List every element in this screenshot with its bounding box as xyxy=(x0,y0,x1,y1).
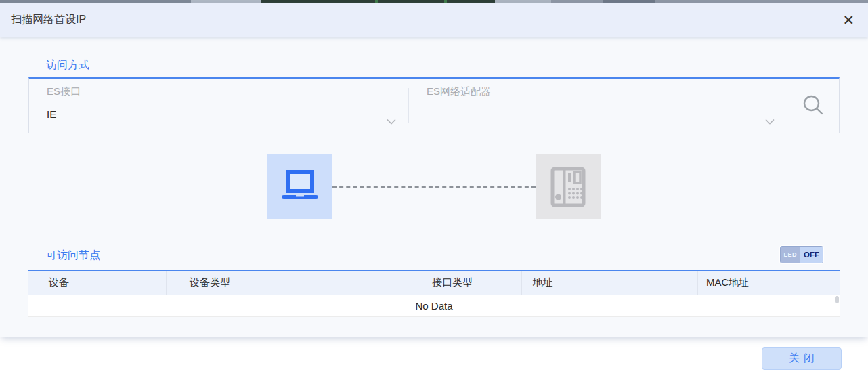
close-button[interactable]: 关闭 xyxy=(762,347,842,370)
led-state-label: OFF xyxy=(800,247,823,263)
es-adapter-value xyxy=(427,108,787,121)
pg-pc-node xyxy=(267,154,332,219)
dialog-title-bar: 扫描网络首设IP ✕ xyxy=(0,3,868,37)
scan-search-button[interactable] xyxy=(787,79,839,133)
col-device-type: 设备类型 xyxy=(166,271,422,295)
connection-diagram xyxy=(28,154,840,219)
no-data-text: No Data xyxy=(415,300,452,312)
plc-device-node xyxy=(536,154,601,219)
access-method-form: ES接口 IE ES网络适配器 xyxy=(28,77,840,133)
es-interface-select[interactable]: ES接口 IE xyxy=(29,79,408,133)
close-icon[interactable]: ✕ xyxy=(840,12,857,28)
col-mac-address: MAC地址 xyxy=(697,271,840,295)
chevron-down-icon[interactable] xyxy=(765,119,775,125)
scan-ip-dialog: 扫描网络首设IP ✕ 访问方式 ES接口 IE ES网络适配器 xyxy=(0,3,868,380)
chevron-down-icon[interactable] xyxy=(387,119,396,125)
access-method-heading: 访问方式 xyxy=(46,58,840,72)
scrollbar-thumb[interactable] xyxy=(835,296,839,303)
es-adapter-select[interactable]: ES网络适配器 xyxy=(409,79,787,133)
col-device: 设备 xyxy=(28,271,166,295)
col-address: 地址 xyxy=(521,271,697,295)
es-interface-label: ES接口 xyxy=(47,85,408,98)
search-icon xyxy=(800,93,826,119)
table-header-row: 设备 设备类型 接口类型 地址 MAC地址 xyxy=(28,270,840,295)
col-interface-type: 接口类型 xyxy=(422,271,521,295)
dialog-footer: 关闭 xyxy=(0,337,868,380)
network-link xyxy=(332,186,536,188)
led-label: LED xyxy=(781,247,801,263)
dialog-title: 扫描网络首设IP xyxy=(11,13,86,27)
es-interface-value: IE xyxy=(47,108,408,121)
table-empty-row: No Data xyxy=(28,295,840,317)
laptop-icon xyxy=(278,165,322,209)
nodes-section-header: 可访问节点 LED OFF xyxy=(28,245,840,264)
plc-device-icon xyxy=(547,165,590,209)
dialog-body: 访问方式 ES接口 IE ES网络适配器 xyxy=(0,37,868,337)
nodes-table: 设备 设备类型 接口类型 地址 MAC地址 No Data xyxy=(28,270,840,317)
accessible-nodes-heading: 可访问节点 xyxy=(46,248,100,262)
es-adapter-placeholder: ES网络适配器 xyxy=(427,85,787,98)
led-toggle-button[interactable]: LED OFF xyxy=(780,246,824,263)
